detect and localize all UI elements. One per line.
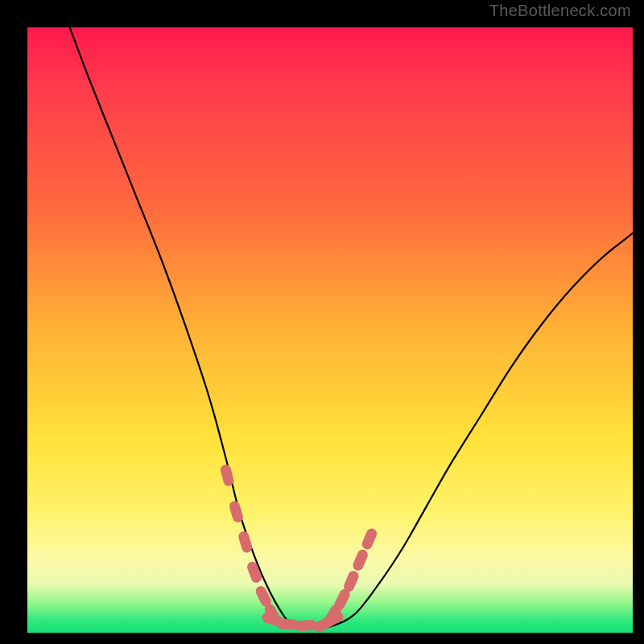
chart-svg [27, 27, 633, 633]
optimum-marker [225, 470, 371, 627]
marker-dash [267, 617, 278, 621]
marker-dash [234, 506, 237, 517]
marker-dash [244, 536, 247, 547]
marker-dash [330, 609, 336, 619]
marker-dash [261, 592, 266, 602]
marker-dash [358, 555, 363, 565]
marker-dash [340, 594, 345, 605]
marker-dash [367, 534, 372, 544]
marker-dash [300, 625, 312, 626]
marker-dash [253, 567, 257, 577]
outer-frame: TheBottleneck.com [0, 0, 644, 644]
marker-dash [282, 624, 293, 625]
plot-area [27, 27, 633, 633]
bottleneck-curve [70, 27, 633, 628]
marker-dash [349, 576, 354, 587]
watermark-text: TheBottleneck.com [489, 2, 631, 20]
marker-dash [225, 470, 228, 481]
